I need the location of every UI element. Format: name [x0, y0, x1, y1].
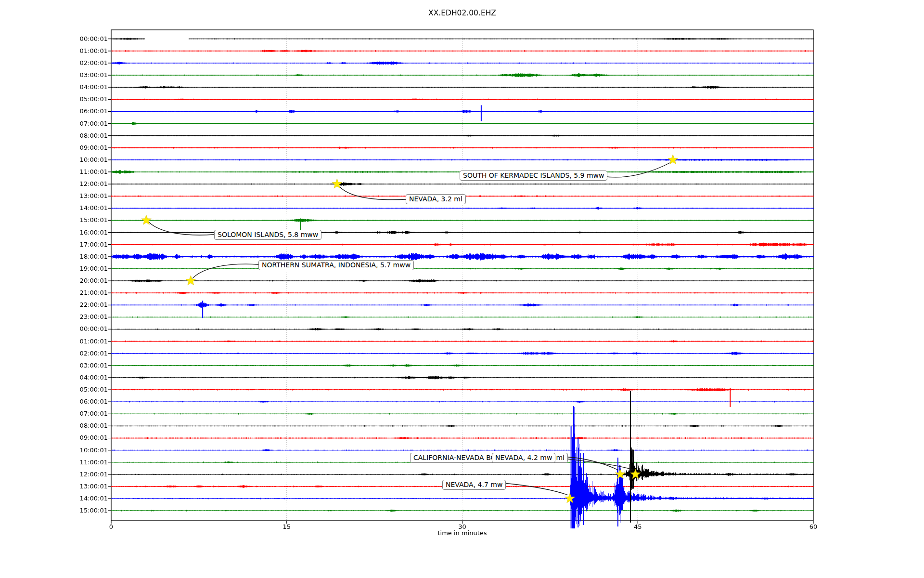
- y-axis-label: 01:00:01: [0, 47, 108, 55]
- y-axis-label: 08:00:01: [0, 132, 108, 140]
- y-axis-label: 06:00:01: [0, 398, 108, 406]
- y-axis-label: 07:00:01: [0, 120, 108, 128]
- event-label-fragment-left: CALIFORNIA-NEVADA BO: [413, 454, 496, 462]
- y-axis-label: 08:00:01: [0, 422, 108, 430]
- y-axis-label: 18:00:01: [0, 253, 108, 261]
- y-axis-label: 12:00:01: [0, 180, 108, 188]
- y-axis-label: 13:00:01: [0, 483, 108, 490]
- y-axis-label: 11:00:01: [0, 168, 108, 176]
- y-axis-label: 05:00:01: [0, 95, 108, 103]
- event-label-kermadec: SOUTH OF KERMADEC ISLANDS, 5.9 mww: [460, 171, 607, 181]
- x-axis-tick-label: 30: [448, 523, 477, 530]
- y-axis-label: 02:00:01: [0, 350, 108, 357]
- x-axis-tick-label: 0: [97, 523, 126, 530]
- event-label-nevada47: NEVADA, 4.7 mw: [442, 480, 506, 490]
- y-axis-label: 11:00:01: [0, 459, 108, 466]
- y-axis-label: 04:00:01: [0, 374, 108, 381]
- y-axis-label: 06:00:01: [0, 107, 108, 115]
- seismogram-canvas: [0, 0, 924, 578]
- x-axis-tick-label: 15: [272, 523, 301, 530]
- event-label-sumatra: NORTHERN SUMATRA, INDONESIA, 5.7 mww: [258, 260, 414, 270]
- y-axis-label: 01:00:01: [0, 338, 108, 345]
- y-axis-label: 23:00:01: [0, 313, 108, 321]
- y-axis-label: 19:00:01: [0, 265, 108, 273]
- y-axis-label: 07:00:01: [0, 410, 108, 418]
- y-axis-label: 17:00:01: [0, 241, 108, 249]
- y-axis-label: 09:00:01: [0, 434, 108, 442]
- x-axis-label: time in minutes: [111, 529, 813, 537]
- y-axis-label: 14:00:01: [0, 204, 108, 212]
- y-axis-label: 02:00:01: [0, 59, 108, 67]
- y-axis-label: 21:00:01: [0, 289, 108, 297]
- y-axis-label: 15:00:01: [0, 216, 108, 224]
- y-axis-label: 10:00:01: [0, 156, 108, 164]
- helicorder-figure: XX.EDH02.00.EHZ time in minutes 00:00:01…: [0, 0, 924, 578]
- y-axis-label: 13:00:01: [0, 192, 108, 200]
- event-label-nevada42: NEVADA, 4.2 mw: [492, 453, 555, 463]
- y-axis-label: 00:00:01: [0, 325, 108, 333]
- plot-title: XX.EDH02.00.EHZ: [111, 9, 813, 17]
- y-axis-label: 03:00:01: [0, 362, 108, 369]
- event-label-nevada32: NEVADA, 3.2 ml: [406, 194, 466, 204]
- x-axis-tick-label: 60: [799, 523, 828, 530]
- y-axis-label: 20:00:01: [0, 277, 108, 285]
- y-axis-label: 10:00:01: [0, 447, 108, 454]
- y-axis-label: 03:00:01: [0, 71, 108, 79]
- y-axis-label: 15:00:01: [0, 507, 108, 514]
- y-axis-label: 00:00:01: [0, 35, 108, 43]
- y-axis-label: 22:00:01: [0, 301, 108, 309]
- y-axis-label: 04:00:01: [0, 83, 108, 91]
- y-axis-label: 09:00:01: [0, 144, 108, 152]
- y-axis-label: 05:00:01: [0, 386, 108, 394]
- y-axis-label: 16:00:01: [0, 229, 108, 236]
- x-axis-tick-label: 45: [623, 523, 652, 530]
- event-label-solomon: SOLOMON ISLANDS, 5.8 mww: [214, 230, 321, 240]
- y-axis-label: 12:00:01: [0, 471, 108, 478]
- y-axis-label: 14:00:01: [0, 495, 108, 502]
